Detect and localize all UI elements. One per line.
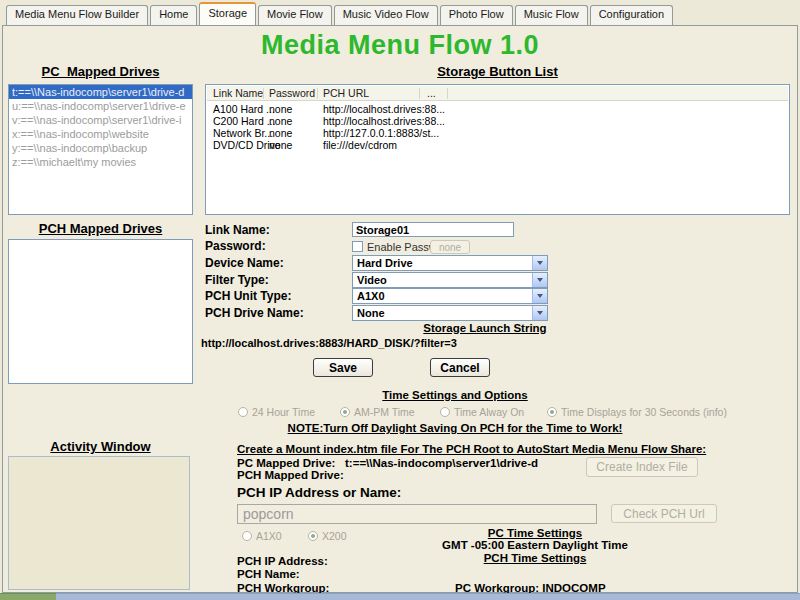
pch-drive-name-label: PCH Drive Name: [205,306,304,320]
storage-list-row[interactable]: Network Br... none http://127.0.0.1:8883… [207,127,788,139]
radio-am-pm-time: AM-PM Time [340,406,415,418]
save-button[interactable]: Save [313,358,373,377]
tab-configuration[interactable]: Configuration [590,5,673,25]
page-title: Media Menu Flow 1.0 [0,30,800,61]
tab-storage[interactable]: Storage [199,2,256,25]
drive-list-item[interactable]: z:==\\michaelt\my movies [9,155,192,169]
device-name-label: Device Name: [205,256,284,270]
activity-window-heading: Activity Window [8,439,193,454]
storage-list-row[interactable]: A100 Hard ... none http://localhost.driv… [207,103,788,115]
pc-mapped-drive-line: PC Mapped Drive: t:==\\Nas-indocomp\serv… [237,457,538,469]
storage-list-row[interactable]: C200 Hard ... none http://localhost.driv… [207,115,788,127]
app-window: Media Menu Flow Builder Home Storage Mov… [0,0,800,600]
radio-x200: X200 [308,530,347,542]
radio-time-alway-on: Time Alway On [440,406,524,418]
cancel-button[interactable]: Cancel [430,358,490,377]
drive-list-item[interactable]: t:==\\Nas-indocomp\server1\drive-d [9,85,192,99]
enable-password-checkbox[interactable] [352,241,363,252]
filter-type-label: Filter Type: [205,273,269,287]
pc-time-settings-value: GMT -05:00 Eastern Daylight Time [400,539,670,551]
pch-drive-name-select[interactable]: None [352,305,548,321]
tab-movie-flow[interactable]: Movie Flow [258,5,332,25]
tab-label: Configuration [599,8,664,20]
pc-mapped-drive-value: t:==\\Nas-indocomp\server1\drive-d [345,457,538,469]
pch-mapped-drive-label: PCH Mapped Drive: [237,469,344,481]
daylight-note: NOTE:Turn Off Daylight Saving On PCH for… [200,422,710,434]
pch-name-label: PCH Name: [237,568,300,580]
storage-button-list-heading: Storage Button List [205,64,790,79]
storage-list-header: Link Name Password PCH URL ... [207,86,788,101]
radio-icon [238,407,248,417]
column-link-name[interactable]: Link Name [213,87,263,99]
storage-launch-string-value: http://localhost.drives:8883/HARD_DISK/?… [201,337,457,349]
radio-icon [340,407,350,417]
pch-unit-type-select[interactable]: A1X0 [352,288,548,304]
link-name-label: Link Name: [205,223,270,237]
pch-ip-or-name-label: PCH IP Address or Name: [237,485,401,500]
chevron-down-icon[interactable] [532,289,547,303]
tab-media-menu-flow-builder[interactable]: Media Menu Flow Builder [6,5,148,25]
column-pch-url[interactable]: PCH URL [323,87,369,99]
check-pch-url-button: Check PCH Url [611,504,717,523]
pc-mapped-drives-heading: PC Mapped Drives [8,64,193,79]
radio-a1x0: A1X0 [242,530,282,542]
mount-index-heading: Create a Mount index.htm file For The PC… [237,443,757,455]
activity-window [8,456,190,590]
pc-time-settings-heading: PC Time Settings [440,527,630,539]
pch-mapped-drives-list[interactable] [8,239,193,384]
time-settings-heading: Time Settings and Options [330,389,580,401]
tab-home[interactable]: Home [150,5,197,25]
drive-list-item[interactable]: v:==\\nas-indocomp\server1\drive-i [9,113,192,127]
tab-bar: Media Menu Flow Builder Home Storage Mov… [6,3,675,25]
storage-launch-string-heading: Storage Launch String [380,322,590,334]
chevron-down-icon[interactable] [532,256,547,270]
tab-label: Music Video Flow [343,8,429,20]
chevron-down-icon[interactable] [532,273,547,287]
link-name-input[interactable]: Storage01 [352,222,514,237]
filter-type-select[interactable]: Video [352,272,548,288]
drive-list-item[interactable]: x:==\\nas-indocomp\website [9,127,192,141]
column-more[interactable]: ... [427,87,436,99]
radio-icon [242,531,252,541]
none-button: none [430,240,470,254]
tab-label: Movie Flow [267,8,323,20]
radio-icon [308,531,318,541]
tab-label: Home [159,8,188,20]
progress-bar-track [56,593,800,600]
time-radio-row: 24 Hour Time AM-PM Time Time Alway On Ti… [0,406,800,420]
radio-time-displays-for-30-seconds-info: Time Displays for 30 Seconds (info) [547,406,727,418]
progress-bar-green [0,593,56,600]
tab-photo-flow[interactable]: Photo Flow [440,5,513,25]
pch-ip-or-name-input: popcorn [237,504,597,524]
drive-list-item[interactable]: u:==\\nas-indocomp\server1\drive-e [9,99,192,113]
tab-music-video-flow[interactable]: Music Video Flow [334,5,438,25]
tab-label: Media Menu Flow Builder [15,8,139,20]
radio-24-hour-time: 24 Hour Time [238,406,315,418]
tab-label: Music Flow [524,8,579,20]
pch-ip-address-label: PCH IP Address: [237,555,328,567]
pch-time-settings-heading: PCH Time Settings [450,552,620,564]
drive-list-item[interactable]: y:==\\nas-indocomp\backup [9,141,192,155]
radio-icon [547,407,557,417]
pch-unit-type-label: PCH Unit Type: [205,289,291,303]
pch-mapped-drives-heading: PCH Mapped Drives [8,221,193,236]
radio-icon [440,407,450,417]
storage-button-list[interactable]: Link Name Password PCH URL ... A100 Hard… [205,84,790,215]
column-password[interactable]: Password [269,87,315,99]
storage-list-row[interactable]: DVD/CD Drive none file:///dev/cdrom [207,139,788,151]
device-name-select[interactable]: Hard Drive [352,255,548,271]
pc-mapped-drives-list[interactable]: t:==\\Nas-indocomp\server1\drive-du:==\\… [8,84,193,215]
password-label: Password: [205,239,266,253]
tab-label: Photo Flow [449,8,504,20]
chevron-down-icon[interactable] [532,306,547,320]
create-index-file-button: Create Index File [586,457,698,477]
tab-music-flow[interactable]: Music Flow [515,5,588,25]
tab-label: Storage [208,7,247,19]
